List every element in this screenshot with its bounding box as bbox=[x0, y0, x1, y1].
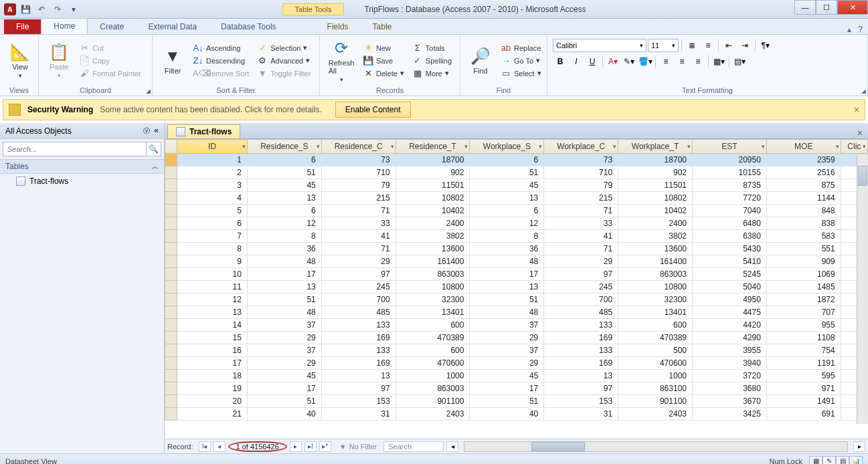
table-row[interactable]: 1437133600371336004420955 bbox=[165, 319, 868, 332]
replace-button[interactable]: abReplace bbox=[498, 42, 544, 53]
vertical-scrollbar[interactable] bbox=[857, 155, 868, 424]
cell[interactable]: 45 bbox=[470, 179, 544, 192]
cell[interactable]: 7040 bbox=[692, 205, 766, 217]
cell[interactable]: 17 bbox=[247, 382, 321, 395]
search-icon[interactable]: 🔍 bbox=[146, 142, 161, 156]
cell[interactable]: 37 bbox=[247, 319, 321, 332]
new-record-button[interactable]: ▸* bbox=[319, 441, 331, 452]
chart-view-icon[interactable]: 📊 bbox=[849, 456, 863, 465]
font-color-icon[interactable]: A▾ bbox=[606, 55, 620, 68]
close-tab-icon[interactable]: × bbox=[852, 128, 868, 138]
column-header[interactable]: ID▾ bbox=[177, 140, 248, 154]
cell[interactable]: 863003 bbox=[618, 268, 693, 281]
cell[interactable]: 13 bbox=[247, 192, 321, 205]
cell[interactable]: 500 bbox=[618, 344, 693, 357]
cell[interactable]: 7720 bbox=[692, 192, 766, 205]
cell[interactable]: 51 bbox=[247, 166, 321, 179]
cell[interactable]: 971 bbox=[766, 382, 841, 395]
cell[interactable]: 33 bbox=[544, 217, 618, 230]
font-size-box[interactable]: 11▾ bbox=[648, 39, 679, 52]
remove-sort-button[interactable]: A⌫Remove Sort bbox=[190, 68, 252, 79]
row-header[interactable] bbox=[165, 179, 177, 192]
more-button[interactable]: ▦More ▾ bbox=[410, 68, 454, 79]
column-header[interactable]: MOE▾ bbox=[766, 140, 841, 154]
row-header[interactable] bbox=[165, 166, 177, 179]
cell[interactable]: 41 bbox=[321, 230, 396, 243]
cell[interactable]: 18700 bbox=[618, 154, 693, 166]
cell[interactable]: 6 bbox=[247, 154, 321, 166]
cell[interactable]: 41 bbox=[544, 230, 618, 243]
cell[interactable]: 161400 bbox=[618, 255, 693, 268]
cell[interactable]: 31 bbox=[544, 408, 618, 421]
cell[interactable]: 169 bbox=[544, 332, 618, 344]
cell[interactable]: 9 bbox=[177, 255, 248, 268]
cell[interactable]: 10402 bbox=[396, 205, 470, 217]
maximize-button[interactable]: ☐ bbox=[816, 0, 837, 15]
table-row[interactable]: 7841380284138026380583 bbox=[165, 230, 868, 243]
cell[interactable]: 13401 bbox=[396, 306, 470, 319]
cell[interactable]: 1000 bbox=[396, 370, 470, 382]
align-center-icon[interactable]: ≡ bbox=[675, 55, 689, 68]
cell[interactable]: 17 bbox=[177, 357, 248, 370]
cell[interactable]: 153 bbox=[544, 395, 618, 408]
advanced-button[interactable]: ⚙Advanced ▾ bbox=[254, 55, 313, 66]
cell[interactable]: 470600 bbox=[396, 357, 470, 370]
cell[interactable]: 2403 bbox=[396, 408, 470, 421]
cell[interactable]: 5040 bbox=[692, 281, 766, 294]
row-header[interactable] bbox=[165, 306, 177, 319]
totals-button[interactable]: ΣTotals bbox=[410, 42, 454, 53]
underline-button[interactable]: U bbox=[585, 55, 600, 68]
cell[interactable]: 1191 bbox=[766, 357, 841, 370]
row-header[interactable] bbox=[165, 281, 177, 294]
cell[interactable]: 13 bbox=[321, 370, 396, 382]
cell[interactable]: 6480 bbox=[692, 217, 766, 230]
cell[interactable]: 909 bbox=[766, 255, 841, 268]
cell[interactable]: 1069 bbox=[766, 268, 841, 281]
cell[interactable]: 551 bbox=[766, 243, 841, 255]
clipboard-launcher-icon[interactable]: ◢ bbox=[146, 88, 151, 94]
row-header[interactable] bbox=[165, 255, 177, 268]
nav-search[interactable]: 🔍 bbox=[3, 142, 161, 156]
minimize-button[interactable]: — bbox=[794, 0, 816, 15]
row-header[interactable] bbox=[165, 408, 177, 421]
cell[interactable]: 902 bbox=[396, 166, 470, 179]
cell[interactable]: 48 bbox=[470, 306, 544, 319]
cell[interactable]: 71 bbox=[544, 205, 618, 217]
design-view-icon[interactable]: ✎ bbox=[822, 456, 836, 465]
tab-external-data[interactable]: External Data bbox=[136, 19, 209, 34]
cell[interactable]: 10800 bbox=[618, 281, 693, 294]
cell[interactable]: 4475 bbox=[692, 306, 766, 319]
cell[interactable]: 17 bbox=[470, 382, 544, 395]
cell[interactable]: 79 bbox=[321, 179, 396, 192]
cell[interactable]: 133 bbox=[544, 319, 618, 332]
cell[interactable]: 875 bbox=[766, 179, 841, 192]
collapse-group-icon[interactable]: ︽ bbox=[152, 162, 159, 171]
cell[interactable]: 1491 bbox=[766, 395, 841, 408]
tab-table[interactable]: Table bbox=[361, 19, 404, 34]
cell[interactable]: 153 bbox=[321, 395, 396, 408]
paste-button[interactable]: 📋 Paste▾ bbox=[44, 41, 74, 80]
cell[interactable]: 6 bbox=[470, 154, 544, 166]
row-header[interactable] bbox=[165, 268, 177, 281]
column-header[interactable]: Workplace_S▾ bbox=[470, 140, 544, 154]
column-header[interactable]: Clic▾ bbox=[841, 140, 867, 154]
cell[interactable]: 700 bbox=[321, 294, 396, 306]
table-row[interactable]: 111324510800132451080050401485 bbox=[165, 281, 868, 294]
cell[interactable]: 3802 bbox=[618, 230, 693, 243]
help-icon[interactable]: ? bbox=[858, 25, 863, 34]
cell[interactable]: 863100 bbox=[618, 382, 693, 395]
cell[interactable]: 12 bbox=[247, 217, 321, 230]
align-left-icon[interactable]: ≡ bbox=[659, 55, 673, 68]
cell[interactable]: 2400 bbox=[396, 217, 470, 230]
table-row[interactable]: 19179786300317978631003680971 bbox=[165, 382, 868, 395]
cell[interactable]: 71 bbox=[321, 205, 396, 217]
cell[interactable]: 1144 bbox=[766, 192, 841, 205]
cell[interactable]: 37 bbox=[470, 344, 544, 357]
goto-button[interactable]: →Go To ▾ bbox=[498, 55, 544, 66]
cell[interactable]: 79 bbox=[544, 179, 618, 192]
cell[interactable]: 1872 bbox=[766, 294, 841, 306]
cell[interactable]: 29 bbox=[247, 332, 321, 344]
cell[interactable]: 48 bbox=[470, 255, 544, 268]
cell[interactable]: 710 bbox=[544, 166, 618, 179]
spelling-button[interactable]: ✓Spelling bbox=[410, 55, 454, 66]
